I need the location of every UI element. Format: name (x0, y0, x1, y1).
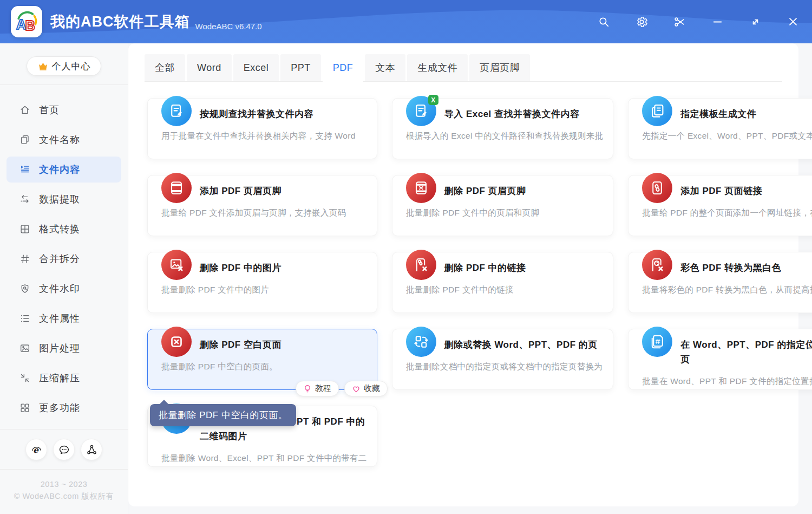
sidebar-item-data-extract[interactable]: 数据提取 (6, 186, 121, 212)
card-title: 彩色 PDF 转换为黑白色 (680, 261, 812, 275)
file-properties-icon (19, 313, 31, 324)
svg-text:e: e (33, 445, 39, 454)
page-number-icon (642, 327, 672, 357)
page-link-icon (642, 173, 672, 203)
compress-icon (19, 372, 31, 384)
card-desc: 用于批量在文件中查找并替换相关内容，支持 Word (161, 131, 367, 142)
sidebar-item-format-convert[interactable]: 格式转换 (6, 216, 121, 242)
gear-icon (635, 15, 649, 29)
doc-edit-excel-icon: X (406, 96, 436, 126)
tab-generate-file[interactable]: 生成文件 (407, 54, 468, 81)
share-network-icon (86, 444, 98, 456)
favorite-button[interactable]: 收藏 (344, 381, 388, 396)
logo-letter-b: B (25, 18, 35, 33)
content-panel: 全部 Word Excel PPT PDF 文本 生成文件 页眉页脚 按规则查找… (128, 43, 798, 506)
category-tabs: 全部 Word Excel PPT PDF 文本 生成文件 页眉页脚 (145, 54, 782, 82)
personal-center-button[interactable]: 个人中心 (27, 56, 101, 76)
swap-pages-icon (406, 327, 436, 357)
settings-button[interactable] (623, 0, 660, 43)
sidebar-divider (0, 469, 128, 470)
tooltip-text: 批量删除 PDF 中空白的页面。 (159, 410, 287, 420)
app-window: A B 我的ABC软件工具箱 WodeABC v6.47.0 (0, 0, 812, 514)
card-remove-pdf-header-footer[interactable]: 删除 PDF 页眉页脚 批量删除 PDF 文件中的页眉和页脚 (392, 175, 614, 236)
format-convert-icon (19, 223, 31, 235)
sidebar-item-file-content[interactable]: 文件内容 (6, 157, 121, 183)
card-desc: 批量删除 PDF 文件中的链接 (406, 284, 604, 296)
sidebar-item-file-name[interactable]: 文件名称 (6, 127, 121, 153)
sidebar-divider (0, 429, 128, 430)
card-add-pdf-page-link[interactable]: 添加 PDF 页面链接 批量给 PDF 的整个页面添加一个网址链接，在单击 (628, 175, 812, 236)
sidebar-nav: 首页 文件名称 文件内容 数据提取 (0, 97, 128, 421)
file-name-icon (19, 134, 31, 146)
sidebar-item-watermark[interactable]: 文件水印 (6, 276, 121, 302)
tab-pdf[interactable]: PDF (323, 54, 364, 81)
card-desc: 批量给 PDF 文件添加页眉与页脚，支持嵌入页码 (161, 207, 367, 219)
file-content-icon (19, 164, 31, 175)
personal-center-label: 个人中心 (52, 60, 91, 73)
card-insert-pages[interactable]: 在 Word、PPT、PDF 的指定位置插入页 批量在 Word、PPT 和 P… (628, 329, 812, 390)
card-desc: 批量删除 Word、Excel、PPT 和 PDF 文件中的带有二 (161, 453, 367, 464)
copyright: 2013 ~ 2023 © WodeABC.com 版权所有 (0, 478, 128, 514)
palette-x-icon (642, 250, 672, 280)
header-footer-icon (161, 173, 192, 203)
tab-word[interactable]: Word (187, 54, 232, 81)
card-delete-replace-pages[interactable]: 删除或替换 Word、PPT、PDF 的页 批量删除文档中的指定页或将文档中的指… (392, 329, 614, 390)
card-template-generate-file[interactable]: 指定模板生成文件 先指定一个 Excel、Word、PPT、PDF或文本文件作 (628, 98, 812, 159)
card-remove-pdf-links[interactable]: 删除 PDF 中的链接 批量删除 PDF 文件中的链接 (392, 252, 614, 313)
tab-ppt[interactable]: PPT (280, 54, 321, 81)
sidebar-item-image-process[interactable]: 图片处理 (6, 335, 121, 361)
card-title: 删除 PDF 空白页面 (200, 337, 367, 352)
sidebar-footer: e 2013 ~ 2023 © WodeABC.com 版权所有 (0, 429, 128, 514)
sidebar-item-compress[interactable]: 压缩解压 (6, 365, 121, 391)
card-pdf-to-grayscale[interactable]: 彩色 PDF 转换为黑白色 批量将彩色的 PDF 转换为黑白色，从而提高打印速 (628, 252, 812, 313)
maximize-icon (749, 15, 762, 29)
sidebar-item-merge-split[interactable]: 合并拆分 (6, 246, 121, 272)
home-icon (19, 104, 31, 116)
maximize-button[interactable] (736, 0, 774, 43)
close-icon (786, 15, 800, 29)
search-icon (597, 15, 611, 29)
merge-split-icon (19, 253, 31, 265)
sidebar-divider (0, 84, 128, 85)
card-desc: 批量删除 PDF 中空白的页面。 (161, 361, 367, 373)
watermark-icon (19, 283, 31, 295)
doc-edit-icon (161, 96, 192, 126)
card-title: 添加 PDF 页面链接 (680, 184, 812, 198)
heart-icon (352, 385, 361, 393)
more-grid-icon (19, 402, 31, 414)
app-title: 我的ABC软件工具箱 (50, 12, 190, 31)
minimize-button[interactable] (698, 0, 736, 43)
app-version: WodeABC v6.47.0 (195, 22, 262, 31)
feedback-button[interactable] (53, 439, 75, 460)
x-square-icon (161, 327, 192, 357)
card-title: 删除 PDF 中的图片 (200, 261, 367, 275)
titlebar: A B 我的ABC软件工具箱 WodeABC v6.47.0 (0, 0, 812, 43)
search-button[interactable] (585, 0, 623, 43)
sidebar-item-file-properties[interactable]: 文件属性 (6, 305, 121, 331)
scissors-icon (673, 15, 686, 29)
card-add-pdf-header-footer[interactable]: 添加 PDF 页眉页脚 批量给 PDF 文件添加页眉与页脚，支持嵌入页码 (147, 175, 377, 236)
minimize-icon (711, 15, 724, 29)
tutorial-button[interactable]: 教程 (296, 381, 339, 396)
screenshot-button[interactable] (660, 0, 698, 43)
card-title: 添加 PDF 页眉页脚 (200, 184, 367, 198)
sidebar-item-more[interactable]: 更多功能 (6, 395, 121, 421)
copyright-owner: © WodeABC.com 版权所有 (0, 490, 128, 502)
tab-all[interactable]: 全部 (145, 54, 185, 81)
share-button[interactable] (81, 439, 102, 460)
copyright-years: 2013 ~ 2023 (0, 478, 128, 490)
link-x-icon (406, 250, 436, 280)
card-excel-import-find-replace[interactable]: X 导入 Excel 查找并替换文件内容 根据导入的 Excel 中的文件路径和… (392, 98, 614, 159)
card-title: 删除 PDF 页眉页脚 (444, 184, 604, 198)
tab-excel[interactable]: Excel (233, 54, 279, 81)
sidebar-item-home[interactable]: 首页 (6, 97, 121, 123)
website-button[interactable]: e (25, 439, 47, 460)
tab-text[interactable]: 文本 (365, 54, 405, 81)
tab-header-footer[interactable]: 页眉页脚 (469, 54, 530, 81)
tooltip: 批量删除 PDF 中空白的页面。 (150, 404, 296, 426)
header-footer-x-icon (406, 173, 436, 203)
close-button[interactable] (774, 0, 812, 43)
card-find-replace-by-rule[interactable]: 按规则查找并替换文件内容 用于批量在文件中查找并替换相关内容，支持 Word (147, 98, 377, 159)
card-remove-pdf-blank-pages[interactable]: 删除 PDF 空白页面 批量删除 PDF 中空白的页面。 教程 收藏 (147, 329, 377, 390)
card-remove-pdf-images[interactable]: 删除 PDF 中的图片 批量删除 PDF 文件中的图片 (147, 252, 377, 313)
